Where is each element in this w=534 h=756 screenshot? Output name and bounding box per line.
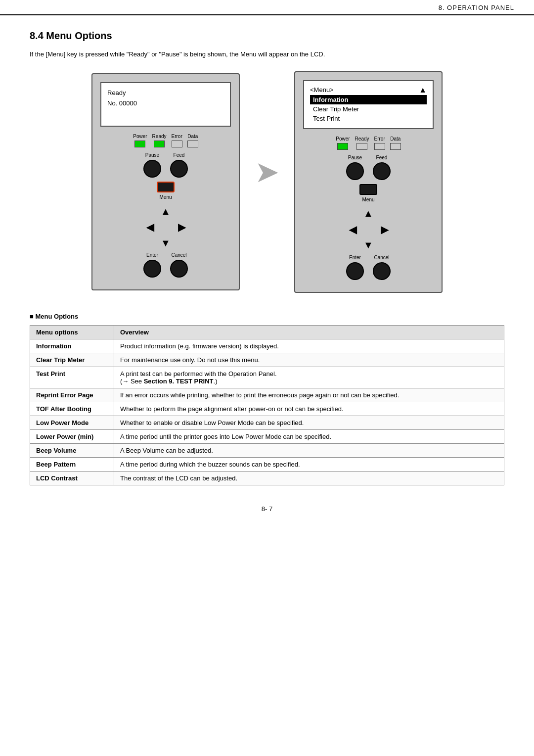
option-name: Clear Trip Meter: [30, 353, 114, 367]
btn-enter-right-circle[interactable]: [346, 262, 364, 280]
nav-cross-right: ▲ ◀ ▶ ▼: [345, 206, 392, 253]
lcd-line1: Ready: [107, 88, 224, 98]
btn-cancel-right: Cancel: [373, 255, 391, 280]
btn-row-enter-cancel-right: Enter Cancel: [303, 255, 434, 280]
btn-feed-right: Feed: [373, 155, 391, 180]
arrow-between: ➤: [255, 157, 279, 187]
btn-cancel-circle[interactable]: [170, 260, 188, 278]
option-name: Low Power Mode: [30, 416, 114, 429]
led-data-label: Data: [187, 134, 198, 139]
btn-enter-right: Enter: [346, 255, 364, 280]
option-overview: The contrast of the LCD can be adjusted.: [114, 471, 504, 485]
led-error-right-box: [374, 143, 385, 150]
page-number: 8- 7: [262, 505, 272, 513]
option-overview: A Beep Volume can be adjusted.: [114, 443, 504, 457]
btn-feed-right-circle[interactable]: [373, 162, 391, 180]
section-title: 8.4 Menu Options: [30, 30, 504, 42]
btn-row-menu-right: Menu: [303, 184, 434, 202]
btn-menu-right-square[interactable]: [359, 184, 377, 195]
btn-cancel-right-label: Cancel: [374, 255, 389, 260]
btn-feed-left: Feed: [170, 152, 188, 178]
btn-pause-label: Pause: [145, 152, 159, 158]
page-footer: 8- 7: [0, 505, 534, 522]
btn-cancel-right-circle[interactable]: [373, 262, 391, 280]
table-row: TOF After BootingWhether to perform the …: [30, 402, 504, 416]
lcd-menu-header: <Menu> ▲: [310, 86, 427, 94]
btn-enter-label: Enter: [146, 252, 158, 258]
led-power-right-box: [337, 143, 348, 150]
btn-menu-square[interactable]: [157, 182, 175, 192]
btn-row-menu-left: Menu: [100, 182, 231, 200]
lcd-menu-item-test: Test Print: [310, 114, 427, 123]
col-header-overview: Overview: [114, 325, 504, 339]
led-power-label: Power: [133, 134, 147, 139]
nav-down-left[interactable]: ▼: [158, 236, 173, 250]
nav-down-right[interactable]: ▼: [361, 238, 376, 253]
led-error-label: Error: [172, 134, 182, 139]
table-row: Low Power ModeWhether to enable or disab…: [30, 416, 504, 429]
nav-up-left[interactable]: ▲: [158, 204, 173, 219]
panel-right-lcd: <Menu> ▲ Information Clear Trip Meter Te…: [303, 80, 434, 129]
led-data-box: [187, 141, 198, 147]
table-row: Reprint Error PageIf an error occurs whi…: [30, 388, 504, 402]
led-power-left: Power: [133, 134, 147, 147]
panel-right: <Menu> ▲ Information Clear Trip Meter Te…: [294, 71, 443, 293]
option-overview: A time period during which the buzzer so…: [114, 457, 504, 471]
table-row: Test PrintA print test can be performed …: [30, 367, 504, 388]
btn-menu-right: Menu: [359, 184, 377, 202]
btn-menu-label: Menu: [159, 194, 172, 200]
option-overview: For maintenance use only. Do not use thi…: [114, 353, 504, 367]
btn-enter-right-label: Enter: [349, 255, 361, 260]
led-power-right-label: Power: [336, 136, 350, 142]
option-overview: A time period until the printer goes int…: [114, 429, 504, 443]
led-ready-right-box: [356, 143, 367, 150]
table-row: InformationProduct information (e.g. fir…: [30, 339, 504, 353]
led-data-right: Data: [390, 136, 401, 150]
option-name: Beep Pattern: [30, 457, 114, 471]
led-ready-right: Ready: [355, 136, 369, 150]
btn-pause-right-circle[interactable]: [346, 162, 364, 180]
table-row: Beep PatternA time period during which t…: [30, 457, 504, 471]
btn-pause-circle[interactable]: [143, 160, 161, 178]
led-data-right-box: [390, 143, 401, 150]
nav-right-left[interactable]: ▶: [174, 220, 189, 235]
btn-feed-right-label: Feed: [376, 155, 388, 160]
led-data-right-label: Data: [390, 136, 400, 142]
lcd-menu-title: <Menu>: [310, 86, 334, 94]
nav-cross-left: ▲ ◀ ▶ ▼: [142, 204, 189, 250]
lcd-menu-item-clear: Clear Trip Meter: [310, 104, 427, 114]
btn-menu-left: Menu: [157, 182, 175, 200]
led-ready-left: Ready: [152, 134, 167, 147]
option-overview: Product information (e.g. firmware versi…: [114, 339, 504, 353]
panels-container: Ready No. 00000 Power Ready Error: [30, 71, 504, 293]
option-name: LCD Contrast: [30, 471, 114, 485]
option-name: Test Print: [30, 367, 114, 388]
btn-cancel-left: Cancel: [170, 252, 188, 278]
option-overview: If an error occurs while printing, wheth…: [114, 388, 504, 402]
btn-pause-left: Pause: [143, 152, 161, 178]
led-row-right: Power Ready Error Data: [303, 136, 434, 150]
led-ready-right-label: Ready: [355, 136, 369, 142]
nav-up-right[interactable]: ▲: [361, 206, 376, 221]
table-row: Beep VolumeA Beep Volume can be adjusted…: [30, 443, 504, 457]
option-name: Beep Volume: [30, 443, 114, 457]
led-ready-box: [154, 141, 165, 147]
nav-left-right[interactable]: ◀: [345, 222, 360, 237]
option-name: Lower Power (min): [30, 429, 114, 443]
led-error-right-label: Error: [374, 136, 385, 142]
table-row: Lower Power (min)A time period until the…: [30, 429, 504, 443]
led-error-box: [172, 141, 182, 147]
nav-left-left[interactable]: ◀: [142, 220, 157, 235]
header-text: 8. OPERATION PANEL: [439, 4, 514, 11]
btn-enter-circle[interactable]: [143, 260, 161, 278]
table-row: LCD ContrastThe contrast of the LCD can …: [30, 471, 504, 485]
options-table: Menu options Overview InformationProduct…: [30, 325, 504, 485]
nav-right-right[interactable]: ▶: [377, 222, 392, 237]
intro-text: If the [Menu] key is pressed while "Read…: [30, 49, 504, 59]
option-overview: Whether to perform the page alignment af…: [114, 402, 504, 416]
lcd-line2: No. 00000: [107, 98, 224, 109]
option-overview: A print test can be performed with the O…: [114, 367, 504, 388]
led-power-right: Power: [336, 136, 350, 150]
btn-feed-circle[interactable]: [170, 160, 188, 178]
btn-pause-right-label: Pause: [348, 155, 362, 160]
